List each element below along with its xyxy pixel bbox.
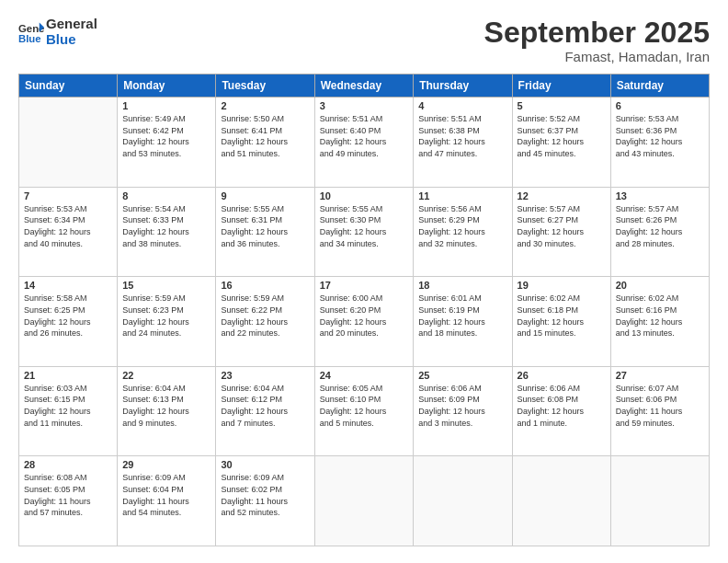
day-info: Sunrise: 5:57 AM Sunset: 6:26 PM Dayligh…	[616, 203, 704, 249]
day-number: 23	[221, 370, 309, 381]
header: General Blue General Blue September 2025…	[18, 17, 710, 64]
day-info: Sunrise: 5:50 AM Sunset: 6:41 PM Dayligh…	[221, 113, 309, 159]
day-info: Sunrise: 6:07 AM Sunset: 6:06 PM Dayligh…	[616, 383, 704, 429]
table-row: 21Sunrise: 6:03 AM Sunset: 6:15 PM Dayli…	[19, 366, 118, 456]
table-row: 1Sunrise: 5:49 AM Sunset: 6:42 PM Daylig…	[118, 98, 216, 188]
day-info: Sunrise: 6:00 AM Sunset: 6:20 PM Dayligh…	[320, 293, 409, 339]
day-info: Sunrise: 5:58 AM Sunset: 6:25 PM Dayligh…	[24, 293, 112, 339]
day-number: 6	[616, 100, 704, 111]
day-number: 26	[518, 370, 606, 381]
table-row: 27Sunrise: 6:07 AM Sunset: 6:06 PM Dayli…	[610, 366, 709, 456]
table-row: 26Sunrise: 6:06 AM Sunset: 6:08 PM Dayli…	[512, 366, 610, 456]
day-number: 16	[221, 280, 309, 291]
col-saturday: Saturday	[610, 75, 709, 98]
day-info: Sunrise: 6:06 AM Sunset: 6:09 PM Dayligh…	[418, 383, 506, 429]
day-number: 20	[616, 280, 704, 291]
day-number: 1	[122, 100, 210, 111]
day-info: Sunrise: 5:56 AM Sunset: 6:29 PM Dayligh…	[418, 203, 506, 249]
table-row: 23Sunrise: 6:04 AM Sunset: 6:12 PM Dayli…	[216, 366, 314, 456]
day-info: Sunrise: 6:01 AM Sunset: 6:19 PM Dayligh…	[418, 293, 506, 339]
day-number: 19	[518, 280, 606, 291]
day-info: Sunrise: 6:03 AM Sunset: 6:15 PM Dayligh…	[24, 383, 112, 429]
day-number: 12	[518, 190, 606, 201]
day-info: Sunrise: 5:54 AM Sunset: 6:33 PM Dayligh…	[122, 203, 210, 249]
day-info: Sunrise: 5:55 AM Sunset: 6:31 PM Dayligh…	[221, 203, 309, 249]
day-number: 7	[24, 190, 112, 201]
month-title: September 2025	[484, 17, 710, 49]
table-row: 24Sunrise: 6:05 AM Sunset: 6:10 PM Dayli…	[314, 366, 414, 456]
logo-general-text: General	[46, 17, 97, 32]
day-number: 2	[221, 100, 309, 111]
col-wednesday: Wednesday	[314, 75, 414, 98]
day-number: 11	[418, 190, 506, 201]
calendar-table: Sunday Monday Tuesday Wednesday Thursday…	[18, 74, 710, 546]
day-number: 15	[122, 280, 210, 291]
table-row	[19, 98, 118, 188]
day-info: Sunrise: 6:09 AM Sunset: 6:04 PM Dayligh…	[122, 472, 210, 518]
day-number: 25	[418, 370, 506, 381]
day-info: Sunrise: 6:02 AM Sunset: 6:18 PM Dayligh…	[518, 293, 606, 339]
table-row: 3Sunrise: 5:51 AM Sunset: 6:40 PM Daylig…	[314, 98, 414, 188]
day-info: Sunrise: 5:52 AM Sunset: 6:37 PM Dayligh…	[518, 113, 606, 159]
week-row-4: 28Sunrise: 6:08 AM Sunset: 6:05 PM Dayli…	[19, 456, 710, 546]
table-row: 9Sunrise: 5:55 AM Sunset: 6:31 PM Daylig…	[216, 187, 314, 277]
day-number: 24	[320, 370, 409, 381]
table-row: 2Sunrise: 5:50 AM Sunset: 6:41 PM Daylig…	[216, 98, 314, 188]
table-row: 29Sunrise: 6:09 AM Sunset: 6:04 PM Dayli…	[118, 456, 216, 546]
table-row: 10Sunrise: 5:55 AM Sunset: 6:30 PM Dayli…	[314, 187, 414, 277]
table-row: 25Sunrise: 6:06 AM Sunset: 6:09 PM Dayli…	[414, 366, 512, 456]
day-info: Sunrise: 6:08 AM Sunset: 6:05 PM Dayligh…	[24, 472, 112, 518]
day-info: Sunrise: 6:02 AM Sunset: 6:16 PM Dayligh…	[616, 293, 704, 339]
col-tuesday: Tuesday	[216, 75, 314, 98]
day-number: 8	[122, 190, 210, 201]
table-row: 15Sunrise: 5:59 AM Sunset: 6:23 PM Dayli…	[118, 277, 216, 367]
table-row: 14Sunrise: 5:58 AM Sunset: 6:25 PM Dayli…	[19, 277, 118, 367]
svg-text:Blue: Blue	[18, 32, 41, 43]
logo: General Blue General Blue	[18, 17, 97, 47]
col-thursday: Thursday	[414, 75, 512, 98]
calendar-header-row: Sunday Monday Tuesday Wednesday Thursday…	[19, 75, 710, 98]
col-sunday: Sunday	[19, 75, 118, 98]
table-row: 28Sunrise: 6:08 AM Sunset: 6:05 PM Dayli…	[19, 456, 118, 546]
table-row: 5Sunrise: 5:52 AM Sunset: 6:37 PM Daylig…	[512, 98, 610, 188]
location: Famast, Hamadan, Iran	[484, 49, 710, 64]
day-number: 29	[122, 459, 210, 470]
week-row-3: 21Sunrise: 6:03 AM Sunset: 6:15 PM Dayli…	[19, 366, 710, 456]
table-row	[414, 456, 512, 546]
table-row: 20Sunrise: 6:02 AM Sunset: 6:16 PM Dayli…	[610, 277, 709, 367]
table-row: 8Sunrise: 5:54 AM Sunset: 6:33 PM Daylig…	[118, 187, 216, 277]
day-info: Sunrise: 5:51 AM Sunset: 6:40 PM Dayligh…	[320, 113, 409, 159]
day-info: Sunrise: 6:06 AM Sunset: 6:08 PM Dayligh…	[518, 383, 606, 429]
day-info: Sunrise: 5:59 AM Sunset: 6:22 PM Dayligh…	[221, 293, 309, 339]
table-row: 13Sunrise: 5:57 AM Sunset: 6:26 PM Dayli…	[610, 187, 709, 277]
day-number: 9	[221, 190, 309, 201]
week-row-1: 7Sunrise: 5:53 AM Sunset: 6:34 PM Daylig…	[19, 187, 710, 277]
table-row: 12Sunrise: 5:57 AM Sunset: 6:27 PM Dayli…	[512, 187, 610, 277]
day-number: 5	[518, 100, 606, 111]
table-row: 18Sunrise: 6:01 AM Sunset: 6:19 PM Dayli…	[414, 277, 512, 367]
day-info: Sunrise: 5:57 AM Sunset: 6:27 PM Dayligh…	[518, 203, 606, 249]
day-number: 30	[221, 459, 309, 470]
day-number: 28	[24, 459, 112, 470]
table-row: 22Sunrise: 6:04 AM Sunset: 6:13 PM Dayli…	[118, 366, 216, 456]
table-row: 11Sunrise: 5:56 AM Sunset: 6:29 PM Dayli…	[414, 187, 512, 277]
day-number: 22	[122, 370, 210, 381]
col-monday: Monday	[118, 75, 216, 98]
table-row: 19Sunrise: 6:02 AM Sunset: 6:18 PM Dayli…	[512, 277, 610, 367]
title-section: September 2025 Famast, Hamadan, Iran	[484, 17, 710, 64]
day-info: Sunrise: 5:55 AM Sunset: 6:30 PM Dayligh…	[320, 203, 409, 249]
table-row: 6Sunrise: 5:53 AM Sunset: 6:36 PM Daylig…	[610, 98, 709, 188]
col-friday: Friday	[512, 75, 610, 98]
day-info: Sunrise: 5:53 AM Sunset: 6:36 PM Dayligh…	[616, 113, 704, 159]
table-row: 7Sunrise: 5:53 AM Sunset: 6:34 PM Daylig…	[19, 187, 118, 277]
table-row: 30Sunrise: 6:09 AM Sunset: 6:02 PM Dayli…	[216, 456, 314, 546]
day-info: Sunrise: 5:59 AM Sunset: 6:23 PM Dayligh…	[122, 293, 210, 339]
day-info: Sunrise: 5:53 AM Sunset: 6:34 PM Dayligh…	[24, 203, 112, 249]
day-number: 10	[320, 190, 409, 201]
day-info: Sunrise: 6:05 AM Sunset: 6:10 PM Dayligh…	[320, 383, 409, 429]
day-info: Sunrise: 6:04 AM Sunset: 6:13 PM Dayligh…	[122, 383, 210, 429]
day-number: 4	[418, 100, 506, 111]
page: General Blue General Blue September 2025…	[0, 0, 728, 563]
day-number: 18	[418, 280, 506, 291]
day-number: 14	[24, 280, 112, 291]
